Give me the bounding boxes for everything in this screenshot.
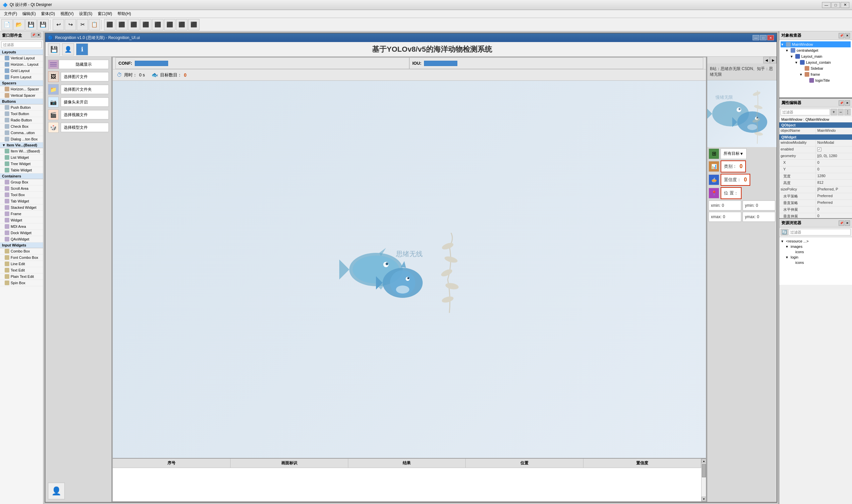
resources-root[interactable]: ▼ <resource ...> (781, 238, 851, 244)
toolbar-cut[interactable]: ✂ (77, 19, 88, 30)
menu-window[interactable]: 窗口(W) (95, 10, 115, 17)
select-model-btn[interactable]: 🎲 选择模型文件 (48, 122, 109, 133)
widget-command-button[interactable]: Comma...utton (0, 130, 43, 136)
toolbar-align2[interactable]: ⬛ (116, 19, 127, 30)
widget-plain-text-edit[interactable]: Plain Text Edit (0, 273, 43, 280)
widget-frame[interactable]: Frame (0, 211, 43, 217)
menu-view[interactable]: 视图(V) (58, 10, 76, 17)
tree-item-logintitle[interactable]: loginTitle (781, 77, 851, 84)
tree-item-sidebar[interactable]: Sidebar (781, 65, 851, 71)
select-video-btn[interactable]: 🎬 选择视频文件 (48, 109, 109, 120)
toolbar-align7[interactable]: ⬛ (176, 19, 187, 30)
props-pin[interactable]: 📌 (839, 101, 844, 106)
maximize-button[interactable]: □ (831, 2, 840, 8)
toolbar-align6[interactable]: ⬛ (164, 19, 176, 30)
widget-box-pin[interactable]: 📌 (31, 33, 36, 37)
widget-vertical-layout[interactable]: Vertical Layout (0, 55, 43, 61)
minimize-button[interactable]: — (822, 2, 831, 8)
widget-text-edit[interactable]: Text Edit (0, 267, 43, 273)
resources-icons-2[interactable]: icons (781, 260, 851, 265)
widget-widget[interactable]: Widget (0, 217, 43, 223)
widget-tool-button[interactable]: Tool Button (0, 111, 43, 117)
props-more-btn[interactable]: ⋮ (844, 109, 851, 115)
resources-close[interactable]: ✕ (845, 220, 850, 226)
resources-images[interactable]: ▼ images (781, 244, 851, 249)
menu-help[interactable]: 帮助(H) (115, 10, 134, 17)
props-remove-btn[interactable]: – (838, 109, 844, 115)
select-image-btn[interactable]: 🖼 选择图片文件 (48, 71, 109, 82)
props-add-btn[interactable]: + (831, 109, 837, 115)
conf-slider[interactable] (135, 61, 168, 66)
widget-push-button[interactable]: Push Button (0, 104, 43, 111)
iou-slider[interactable] (424, 61, 457, 66)
widget-line-edit[interactable]: Line Edit (0, 261, 43, 267)
designer-maximize[interactable]: □ (760, 35, 767, 40)
nav-left[interactable]: ◀ (763, 57, 770, 64)
obj-inspector-pin[interactable]: 📌 (839, 33, 844, 38)
widget-dock-widget[interactable]: Dock Widget (0, 230, 43, 236)
target-dropdown[interactable]: 所有目标 ▼ (721, 148, 747, 159)
toolbar-align4[interactable]: ⬛ (140, 19, 151, 30)
category-item-views[interactable]: ▼ Item Vie...(Based) (0, 142, 43, 148)
tree-item-frame[interactable]: ▼ frame (781, 71, 851, 77)
table-scrollbar[interactable]: ▲ ▼ (701, 458, 706, 501)
widget-grid-layout[interactable]: Grid Layout (0, 68, 43, 74)
toolbar-align1[interactable]: ⬛ (104, 19, 115, 30)
toolbar-new[interactable]: 📄 (1, 19, 13, 30)
toolbar-copy[interactable]: 📋 (89, 19, 100, 30)
user-icon-btn[interactable]: 👤 (62, 43, 74, 55)
widget-spin-box[interactable]: Spin Box (0, 280, 43, 286)
category-buttons[interactable]: Buttons (0, 99, 43, 104)
widget-qax-widget[interactable]: QAxWidget (0, 236, 43, 242)
widget-scroll-area[interactable]: Scroll Area (0, 185, 43, 192)
tree-item-layout-main[interactable]: ▼ Layout_main (781, 53, 851, 59)
scroll-thumb[interactable] (702, 464, 706, 477)
camera-btn[interactable]: 📷 摄像头未开启 (48, 97, 109, 107)
toolbar-save2[interactable]: 💾 (37, 19, 49, 30)
toolbar-align5[interactable]: ⬛ (152, 19, 163, 30)
designer-close[interactable]: ✕ (767, 35, 774, 40)
enabled-checkbox[interactable]: ✓ (817, 147, 821, 151)
tree-item-layout-contain[interactable]: ▼ Layout_contain (781, 59, 851, 65)
toolbar-align3[interactable]: ⬛ (128, 19, 140, 30)
close-button[interactable]: ✕ (841, 2, 849, 8)
category-containers[interactable]: Containers (0, 174, 43, 179)
widget-tree-widget[interactable]: Tree Widget (0, 161, 43, 167)
widget-item-widget[interactable]: Item Wi...:(Based) (0, 148, 43, 155)
tree-item-mainwindow[interactable]: ▼ MainWindow (781, 41, 851, 47)
resources-filter-input[interactable] (788, 229, 851, 235)
widget-group-box[interactable]: Group Box (0, 179, 43, 185)
info-icon-btn[interactable]: ℹ (76, 43, 88, 55)
widget-font-combo-box[interactable]: Font Combo Box (0, 254, 43, 261)
resources-refresh-btn[interactable]: 🔄 (781, 229, 788, 235)
designer-minimize[interactable]: — (753, 35, 759, 40)
widget-check-box[interactable]: Check Box (0, 123, 43, 130)
toolbar-undo[interactable]: ↩ (53, 19, 64, 30)
obj-inspector-close[interactable]: ✕ (845, 33, 850, 38)
category-spacers[interactable]: Spacers (0, 80, 43, 86)
props-filter-input[interactable] (781, 109, 830, 115)
category-input-widgets[interactable]: Input Widgets (0, 242, 43, 248)
widget-table-widget[interactable]: Table Widget (0, 167, 43, 174)
toolbar-align8[interactable]: ⬛ (188, 19, 199, 30)
widget-horiz-spacer[interactable]: Horizon... Spacer (0, 86, 43, 92)
toolbar-save[interactable]: 💾 (25, 19, 37, 30)
resources-icons-1[interactable]: icons (781, 249, 851, 254)
widget-mdi-area[interactable]: MDI Area (0, 223, 43, 230)
toolbar-open[interactable]: 📂 (13, 19, 25, 30)
resources-login[interactable]: ▼ login (781, 254, 851, 260)
resources-pin[interactable]: 📌 (839, 220, 844, 226)
hide-button[interactable]: 隐藏显示 (59, 60, 109, 69)
menu-file[interactable]: 文件(F) (1, 10, 20, 17)
widget-box-close[interactable]: ✕ (36, 33, 41, 37)
widget-combo-box[interactable]: Combo Box (0, 248, 43, 254)
menu-settings[interactable]: 设置(S) (76, 10, 95, 17)
widget-box-search-input[interactable] (1, 41, 42, 48)
toolbar-redo[interactable]: ↪ (65, 19, 76, 30)
widget-form-layout[interactable]: Form Layout (0, 74, 43, 80)
save-icon-btn[interactable]: 💾 (48, 43, 60, 55)
widget-horizontal-layout[interactable]: Horizon... Layout (0, 61, 43, 68)
widget-tool-box[interactable]: Tool Box (0, 192, 43, 198)
widget-dialog-button[interactable]: Dialog ...ton Box (0, 136, 43, 142)
nav-right[interactable]: ▶ (770, 57, 777, 64)
